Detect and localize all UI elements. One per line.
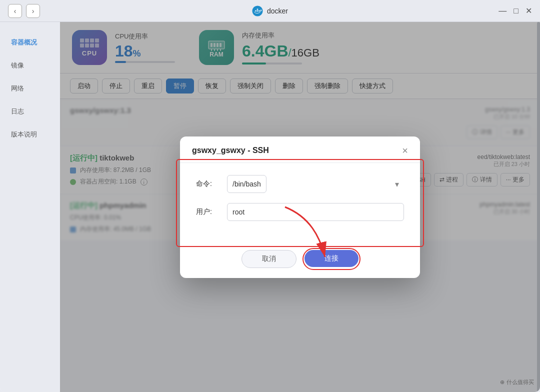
- docker-logo-icon: [252, 6, 263, 16]
- nav-buttons: ‹ ›: [8, 4, 40, 18]
- cmd-select-wrapper: /bin/bash /bin/sh ▾: [227, 175, 404, 193]
- modal-header: gswxy_gswxy - SSH ×: [180, 136, 420, 163]
- user-input[interactable]: [227, 203, 404, 221]
- sidebar-item-version[interactable]: 版本说明: [3, 124, 57, 145]
- cancel-button[interactable]: 取消: [242, 250, 296, 268]
- select-arrow-icon: ▾: [395, 179, 399, 188]
- svg-point-5: [260, 10, 262, 11]
- ssh-modal: gswxy_gswxy - SSH × 命令: /bin/bash: [180, 136, 420, 278]
- svg-rect-2: [257, 10, 258, 11]
- cmd-label: 命令:: [196, 180, 221, 188]
- sidebar-item-images[interactable]: 镜像: [3, 55, 57, 76]
- main-layout: 容器概况 镜像 网络 日志 版本说明: [0, 22, 540, 392]
- sidebar-item-network[interactable]: 网络: [3, 78, 57, 99]
- form-row-cmd: 命令: /bin/bash /bin/sh ▾: [196, 175, 404, 193]
- maximize-button[interactable]: □: [514, 7, 518, 15]
- modal-title: gswxy_gswxy - SSH: [192, 146, 269, 155]
- content-area: CPU CPU使用率 18%: [60, 22, 540, 392]
- cmd-select[interactable]: /bin/bash /bin/sh: [227, 175, 266, 193]
- titlebar: ‹ › docker — □ ✕: [0, 0, 540, 22]
- svg-rect-1: [255, 10, 256, 11]
- app-title: docker: [267, 7, 288, 15]
- window-controls: — □ ✕: [498, 7, 532, 15]
- modal-close-button[interactable]: ×: [402, 146, 408, 156]
- sidebar-item-containers[interactable]: 容器概况: [3, 32, 57, 53]
- modal-overlay: gswxy_gswxy - SSH × 命令: /bin/bash: [60, 22, 540, 392]
- close-button[interactable]: ✕: [526, 7, 532, 15]
- connect-button[interactable]: 连接: [304, 250, 358, 267]
- nav-forward-button[interactable]: ›: [26, 4, 40, 18]
- modal-body: 命令: /bin/bash /bin/sh ▾ 用户:: [180, 163, 420, 243]
- svg-rect-4: [258, 10, 260, 11]
- nav-back-button[interactable]: ‹: [8, 4, 22, 18]
- minimize-button[interactable]: —: [498, 7, 506, 15]
- form-row-user: 用户:: [196, 203, 404, 221]
- sidebar: 容器概况 镜像 网络 日志 版本说明: [0, 22, 60, 392]
- sidebar-item-logs[interactable]: 日志: [3, 101, 57, 122]
- connect-btn-wrapper: 连接: [304, 250, 358, 268]
- user-label: 用户:: [196, 208, 221, 216]
- svg-rect-3: [257, 8, 258, 10]
- modal-footer: 取消 连接: [180, 243, 420, 278]
- app-window: ‹ › docker — □ ✕ 容器概况: [0, 0, 540, 392]
- window-title: docker: [252, 6, 288, 16]
